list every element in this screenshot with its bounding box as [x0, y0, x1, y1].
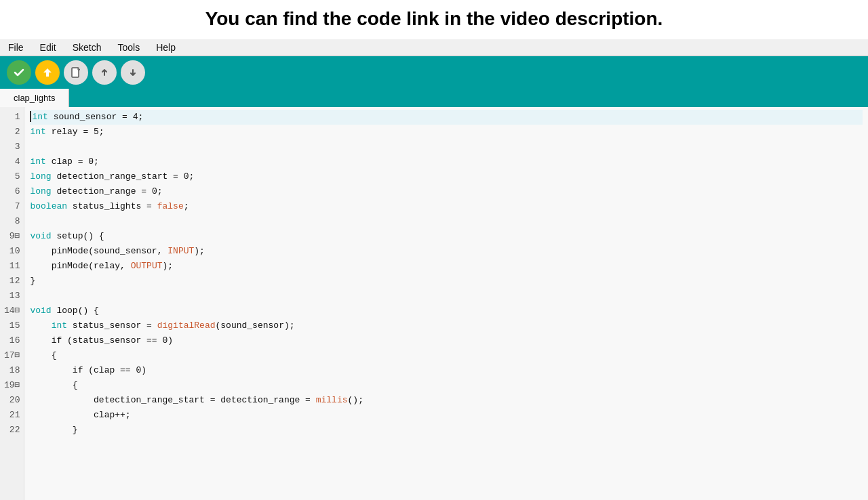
tab-clap-lights[interactable]: clap_lights: [0, 89, 69, 107]
menu-help[interactable]: Help: [153, 41, 178, 54]
code-line-1: int sound_sensor = 4;: [30, 110, 863, 125]
code-line-9: void setup() {: [30, 229, 863, 244]
line-num-12: 12: [4, 274, 20, 289]
code-line-3: [30, 140, 863, 154]
line-num-3: 3: [4, 140, 20, 154]
toolbar: [0, 56, 868, 89]
code-line-17: {: [30, 348, 863, 363]
line-num-18: 18: [4, 363, 20, 378]
line-num-16: 16: [4, 333, 20, 348]
line-num-22: 22: [4, 423, 20, 438]
code-line-19: {: [30, 378, 863, 393]
code-line-16: if (status_sensor == 0): [30, 333, 863, 348]
code-line-5: long detection_range_start = 0;: [30, 169, 863, 184]
line-numbers: 1 2 3 4 5 6 7 8 9⊟ 10 11 12 13 14⊟ 15 16…: [0, 107, 24, 500]
menu-sketch[interactable]: Sketch: [70, 41, 104, 54]
line-num-2: 2: [4, 125, 20, 140]
line-num-9: 9⊟: [4, 229, 20, 244]
verify-button[interactable]: [7, 60, 31, 85]
line-num-10: 10: [4, 244, 20, 259]
code-line-13: [30, 289, 863, 304]
tab-bar: clap_lights: [0, 89, 868, 107]
line-num-20: 20: [4, 393, 20, 408]
open-button[interactable]: [92, 60, 117, 85]
code-line-7: boolean status_lights = false;: [30, 199, 863, 214]
line-num-6: 6: [4, 184, 20, 199]
code-line-15: int status_sensor = digitalRead(sound_se…: [30, 318, 863, 333]
line-num-14: 14⊟: [4, 304, 20, 318]
code-line-14: void loop() {: [30, 304, 863, 318]
code-line-18: if (clap == 0): [30, 363, 863, 378]
code-line-21: clap++;: [30, 408, 863, 423]
line-num-5: 5: [4, 169, 20, 184]
code-line-2: int relay = 5;: [30, 125, 863, 140]
menu-bar: File Edit Sketch Tools Help: [0, 39, 868, 56]
line-num-4: 4: [4, 154, 20, 169]
code-content[interactable]: int sound_sensor = 4; int relay = 5; int…: [24, 107, 868, 500]
top-banner: You can find the code link in the video …: [0, 0, 868, 39]
code-line-4: int clap = 0;: [30, 154, 863, 169]
menu-tools[interactable]: Tools: [115, 41, 143, 54]
upload-button[interactable]: [35, 60, 60, 85]
banner-text: You can find the code link in the video …: [0, 0, 868, 39]
code-line-10: pinMode(sound_sensor, INPUT);: [30, 244, 863, 259]
line-num-11: 11: [4, 259, 20, 274]
menu-file[interactable]: File: [5, 41, 26, 54]
code-line-6: long detection_range = 0;: [30, 184, 863, 199]
code-line-8: [30, 214, 863, 229]
line-num-13: 13: [4, 289, 20, 304]
editor-area: 1 2 3 4 5 6 7 8 9⊟ 10 11 12 13 14⊟ 15 16…: [0, 107, 868, 500]
save-button[interactable]: [121, 60, 145, 85]
new-button[interactable]: [64, 60, 88, 85]
line-num-17: 17⊟: [4, 348, 20, 363]
line-num-7: 7: [4, 199, 20, 214]
menu-edit[interactable]: Edit: [37, 41, 59, 54]
code-line-11: pinMode(relay, OUTPUT);: [30, 259, 863, 274]
code-line-22: }: [30, 423, 863, 438]
line-num-21: 21: [4, 408, 20, 423]
code-line-12: }: [30, 274, 863, 289]
line-num-8: 8: [4, 214, 20, 229]
line-num-19: 19⊟: [4, 378, 20, 393]
line-num-1: 1: [4, 110, 20, 125]
code-line-20: detection_range_start = detection_range …: [30, 393, 863, 408]
line-num-15: 15: [4, 318, 20, 333]
